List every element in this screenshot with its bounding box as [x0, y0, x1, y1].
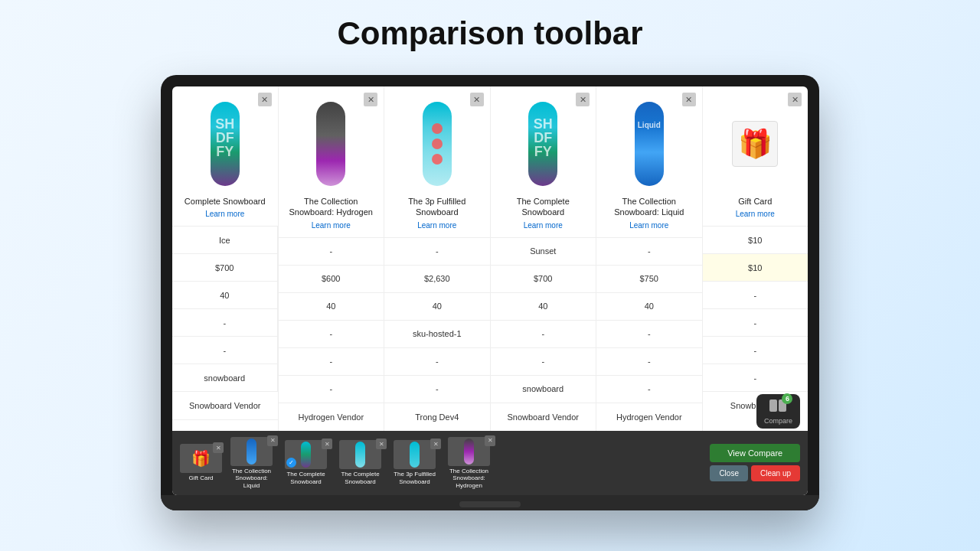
laptop-notch	[459, 501, 521, 507]
remove-button-2[interactable]: ✕	[364, 93, 377, 106]
product-col-2: ✕ The Collection Snowboard: Hydrogen Lea…	[279, 86, 385, 431]
product-col-3: ✕ The 3p Fulfilled Snowboard	[384, 86, 491, 431]
toolbar-thumb-6	[448, 437, 490, 466]
product-name-1: Complete Snowboard	[180, 196, 270, 207]
toolbar-thumb-2	[230, 437, 273, 466]
data-cells-6: $10 $10 - - - - Snowboard...	[703, 227, 808, 419]
toolbar-board-6	[464, 439, 474, 465]
toolbar-item-4[interactable]: The Complete Snowboard ✕	[335, 440, 385, 485]
product-col-5: ✕ Liquid The Collection Snowboard: Liqui…	[596, 86, 703, 431]
board-image-2	[316, 102, 345, 186]
toolbar-remove-1[interactable]: ✕	[213, 442, 224, 453]
data-cells-5: - $750 40 - - - Hydrogen Vendor	[596, 238, 702, 431]
view-compare-button[interactable]: View Compare	[710, 444, 800, 462]
gift-icon: 🎁	[732, 121, 778, 167]
toolbar-item-1[interactable]: 🎁 Gift Card ✕	[180, 444, 222, 482]
board-image-5: Liquid	[635, 102, 664, 186]
learn-more-5[interactable]: Learn more	[604, 221, 694, 230]
toolbar-item-3[interactable]: ✓ The Complete Snowboard ✕	[281, 440, 331, 485]
toolbar-remove-5[interactable]: ✕	[430, 439, 441, 449]
toolbar-thumb-4	[339, 440, 381, 469]
learn-more-6[interactable]: Learn more	[710, 210, 801, 218]
data-cells-3: - $2,630 40 sku-hosted-1 - - Trong Dev4	[384, 238, 490, 431]
close-button[interactable]: Close	[710, 465, 748, 481]
page-title: Comparison toolbar	[337, 15, 642, 52]
toolbar-board-4	[355, 442, 365, 468]
toolbar-gift-icon: 🎁	[191, 449, 211, 468]
toolbar-item-6[interactable]: The Collection Snowboard: Hydrogen ✕	[444, 437, 494, 490]
learn-more-1[interactable]: Learn more	[180, 210, 270, 218]
product-image-4: SHDFFY	[498, 98, 589, 190]
toolbar-label-4: The Complete Snowboard	[335, 471, 385, 485]
board-image-1: SHDFFY	[211, 102, 240, 186]
bottom-toolbar: 6 Compare 🎁 Gift Card ✕ The Collection S…	[172, 431, 808, 496]
product-name-2: The Collection Snowboard: Hydrogen	[286, 196, 377, 218]
toolbar-item-5[interactable]: The 3p Fulfilled Snowboard ✕	[390, 440, 439, 485]
product-image-2	[286, 98, 377, 190]
toolbar-item-2[interactable]: The Collection Snowboard: Liquid ✕	[227, 437, 276, 490]
product-col-4: ✕ SHDFFY The Complete Snowboard Learn mo…	[491, 86, 597, 431]
toolbar-board-5	[410, 442, 420, 468]
remove-button-6[interactable]: ✕	[788, 93, 802, 106]
product-header-6: ✕ 🎁 Gift Card Learn more	[703, 86, 808, 227]
remove-button-3[interactable]: ✕	[470, 93, 484, 106]
remove-button-5[interactable]: ✕	[682, 93, 696, 106]
product-header-1: ✕ SHDFFY Complete Snowboard Learn more	[172, 86, 278, 227]
board-image-3	[423, 102, 452, 186]
laptop-frame: ✕ SHDFFY Complete Snowboard Learn more I…	[161, 75, 819, 510]
laptop-screen: ✕ SHDFFY Complete Snowboard Learn more I…	[172, 86, 808, 495]
product-header-5: ✕ Liquid The Collection Snowboard: Liqui…	[596, 86, 702, 238]
toolbar-thumb-3: ✓	[285, 440, 327, 469]
product-image-6: 🎁	[710, 98, 801, 190]
product-name-5: The Collection Snowboard: Liquid	[604, 196, 694, 218]
toolbar-board-2	[247, 439, 256, 465]
remove-button-4[interactable]: ✕	[576, 93, 590, 106]
toolbar-thumb-5	[394, 440, 436, 469]
toolbar-remove-6[interactable]: ✕	[485, 435, 495, 446]
product-image-3	[392, 98, 482, 190]
comparison-area: ✕ SHDFFY Complete Snowboard Learn more I…	[172, 86, 808, 431]
comparison-columns: ✕ SHDFFY Complete Snowboard Learn more I…	[172, 86, 808, 431]
product-header-2: ✕ The Collection Snowboard: Hydrogen Lea…	[279, 86, 384, 238]
toolbar-board-3	[301, 442, 311, 468]
data-color-1: Ice $700 40 - - snowboard Snowboard Vend…	[172, 227, 278, 420]
product-name-6: Gift Card	[710, 196, 801, 207]
toolbar-actions: View Compare Close Clean up	[710, 444, 800, 481]
product-image-1: SHDFFY	[180, 98, 270, 190]
toolbar-remove-3[interactable]: ✕	[322, 439, 332, 449]
product-header-4: ✕ SHDFFY The Complete Snowboard Learn mo…	[491, 86, 596, 238]
checkmark-badge-3: ✓	[286, 458, 296, 468]
compare-badge: 6 Compare	[756, 394, 800, 429]
product-col-6: ✕ 🎁 Gift Card Learn more $10 $10 - - - -	[703, 86, 808, 431]
board-image-4: SHDFFY	[528, 102, 557, 186]
product-image-5: Liquid	[604, 98, 694, 190]
product-name-4: The Complete Snowboard	[498, 196, 589, 218]
toolbar-label-3: The Complete Snowboard	[281, 471, 331, 485]
product-header-3: ✕ The 3p Fulfilled Snowboard	[384, 86, 490, 238]
compare-icon-wrapper: 6	[768, 398, 788, 416]
toolbar-label-2: The Collection Snowboard: Liquid	[227, 468, 276, 490]
compare-label: Compare	[764, 417, 792, 425]
product-col-1: ✕ SHDFFY Complete Snowboard Learn more I…	[172, 86, 279, 431]
remove-button-1[interactable]: ✕	[258, 93, 272, 106]
toolbar-label-1: Gift Card	[188, 474, 213, 482]
laptop-base	[161, 495, 819, 510]
svg-rect-0	[769, 399, 777, 412]
toolbar-label-5: The 3p Fulfilled Snowboard	[390, 471, 439, 485]
toolbar-label-6: The Collection Snowboard: Hydrogen	[444, 468, 494, 490]
learn-more-2[interactable]: Learn more	[286, 221, 377, 230]
toolbar-remove-2[interactable]: ✕	[267, 435, 278, 446]
data-cells-2: - $600 40 - - - Hydrogen Vendor	[279, 238, 384, 431]
secondary-actions: Close Clean up	[710, 465, 800, 481]
learn-more-3[interactable]: Learn more	[392, 221, 482, 230]
product-name-3: The 3p Fulfilled Snowboard	[392, 196, 482, 218]
data-cells-4: Sunset $700 40 - - snowboard Snowboard V…	[491, 238, 596, 431]
badge-count: 6	[782, 393, 792, 404]
toolbar-remove-4[interactable]: ✕	[376, 439, 387, 449]
learn-more-4[interactable]: Learn more	[498, 221, 589, 230]
cleanup-button[interactable]: Clean up	[751, 465, 800, 481]
